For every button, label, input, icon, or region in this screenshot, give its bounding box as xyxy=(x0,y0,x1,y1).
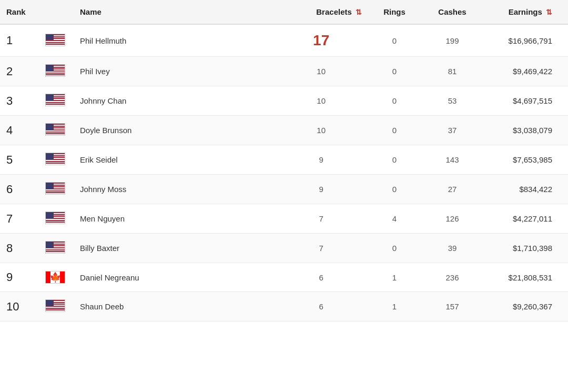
rings-cell: 0 xyxy=(368,175,421,204)
rank-cell: 1 xyxy=(0,24,37,57)
flag-cell xyxy=(37,234,74,263)
table-row[interactable]: 4Doyle Brunson10037$3,038,079 xyxy=(0,116,568,145)
flag-cell xyxy=(37,116,74,145)
rings-cell: 0 xyxy=(368,57,421,86)
bracelets-cell: 7 xyxy=(274,234,368,263)
us-flag-icon xyxy=(45,153,65,165)
cashes-cell: 27 xyxy=(421,175,484,204)
flag-cell xyxy=(37,145,74,175)
bracelets-cell: 6 xyxy=(274,292,368,321)
us-flag-icon xyxy=(45,212,65,224)
bracelets-cell: 17 xyxy=(274,24,368,57)
rank-cell: 5 xyxy=(0,145,37,175)
bracelets-cell: 10 xyxy=(274,116,368,145)
name-cell: Shaun Deeb xyxy=(74,292,274,321)
cashes-cell: 39 xyxy=(421,234,484,263)
name-cell: Erik Seidel xyxy=(74,145,274,175)
flag-cell xyxy=(37,57,74,86)
rings-cell: 0 xyxy=(368,234,421,263)
table-row[interactable]: 5Erik Seidel90143$7,653,985 xyxy=(0,145,568,175)
earnings-cell: $4,697,515 xyxy=(484,86,568,116)
us-flag-icon xyxy=(45,64,65,77)
rings-cell: 0 xyxy=(368,86,421,116)
rank-cell: 9 xyxy=(0,263,37,292)
flag-header xyxy=(37,0,74,24)
cashes-cell: 37 xyxy=(421,116,484,145)
leaderboard-table: Rank Name Bracelets ⇅ Rings Cashes Earni… xyxy=(0,0,568,321)
cashes-cell: 53 xyxy=(421,86,484,116)
earnings-cell: $21,808,531 xyxy=(484,263,568,292)
table-row[interactable]: 1Phil Hellmuth170199$16,966,791 xyxy=(0,24,568,57)
rings-cell: 1 xyxy=(368,263,421,292)
bracelets-cell: 10 xyxy=(274,57,368,86)
earnings-cell: $16,966,791 xyxy=(484,24,568,57)
earnings-sort-icon[interactable]: ⇅ xyxy=(546,8,552,16)
rings-cell: 1 xyxy=(368,292,421,321)
table-row[interactable]: 7Men Nguyen74126$4,227,011 xyxy=(0,204,568,234)
name-cell: Phil Hellmuth xyxy=(74,24,274,57)
earnings-cell: $9,469,422 xyxy=(484,57,568,86)
rings-cell: 0 xyxy=(368,145,421,175)
name-cell: Men Nguyen xyxy=(74,204,274,234)
name-header: Name xyxy=(74,0,274,24)
name-cell: Doyle Brunson xyxy=(74,116,274,145)
name-cell: Phil Ivey xyxy=(74,57,274,86)
table-row[interactable]: 2Phil Ivey10081$9,469,422 xyxy=(0,57,568,86)
us-flag-icon xyxy=(45,182,65,195)
us-flag-icon xyxy=(45,241,65,254)
earnings-cell: $9,260,367 xyxy=(484,292,568,321)
earnings-cell: $7,653,985 xyxy=(484,145,568,175)
bracelets-cell: 10 xyxy=(274,86,368,116)
rank-cell: 7 xyxy=(0,204,37,234)
earnings-cell: $3,038,079 xyxy=(484,116,568,145)
table-row[interactable]: 9🍁Daniel Negreanu61236$21,808,531 xyxy=(0,263,568,292)
flag-cell xyxy=(37,292,74,321)
table-row[interactable]: 3Johnny Chan10053$4,697,515 xyxy=(0,86,568,116)
cashes-cell: 143 xyxy=(421,145,484,175)
table-header-row: Rank Name Bracelets ⇅ Rings Cashes Earni… xyxy=(0,0,568,24)
cashes-header: Cashes xyxy=(421,0,484,24)
rank-header: Rank xyxy=(0,0,37,24)
us-flag-icon xyxy=(45,34,65,46)
cashes-cell: 199 xyxy=(421,24,484,57)
name-cell: Johnny Moss xyxy=(74,175,274,204)
name-cell: Billy Baxter xyxy=(74,234,274,263)
cashes-cell: 126 xyxy=(421,204,484,234)
flag-cell xyxy=(37,24,74,57)
earnings-cell: $1,710,398 xyxy=(484,234,568,263)
bracelets-cell: 9 xyxy=(274,145,368,175)
table-row[interactable]: 10Shaun Deeb61157$9,260,367 xyxy=(0,292,568,321)
rings-cell: 0 xyxy=(368,24,421,57)
flag-cell: 🍁 xyxy=(37,263,74,292)
name-cell: Johnny Chan xyxy=(74,86,274,116)
cashes-cell: 236 xyxy=(421,263,484,292)
rank-cell: 8 xyxy=(0,234,37,263)
us-flag-icon xyxy=(45,94,65,106)
rings-header: Rings xyxy=(368,0,421,24)
table-row[interactable]: 6Johnny Moss9027$834,422 xyxy=(0,175,568,204)
name-cell: Daniel Negreanu xyxy=(74,263,274,292)
earnings-cell: $834,422 xyxy=(484,175,568,204)
bracelets-cell: 9 xyxy=(274,175,368,204)
rings-cell: 4 xyxy=(368,204,421,234)
flag-cell xyxy=(37,175,74,204)
rank-cell: 10 xyxy=(0,292,37,321)
rank-cell: 2 xyxy=(0,57,37,86)
table-row[interactable]: 8Billy Baxter7039$1,710,398 xyxy=(0,234,568,263)
bracelets-header[interactable]: Bracelets ⇅ xyxy=(274,0,368,24)
bracelets-sort-icon[interactable]: ⇅ xyxy=(356,8,362,16)
flag-cell xyxy=(37,86,74,116)
ca-flag-icon: 🍁 xyxy=(45,271,65,284)
rank-cell: 4 xyxy=(0,116,37,145)
us-flag-icon xyxy=(45,123,65,136)
rank-cell: 3 xyxy=(0,86,37,116)
bracelets-cell: 6 xyxy=(274,263,368,292)
earnings-cell: $4,227,011 xyxy=(484,204,568,234)
rings-cell: 0 xyxy=(368,116,421,145)
rank-cell: 6 xyxy=(0,175,37,204)
bracelets-cell: 7 xyxy=(274,204,368,234)
flag-cell xyxy=(37,204,74,234)
earnings-header[interactable]: Earnings ⇅ xyxy=(484,0,568,24)
cashes-cell: 81 xyxy=(421,57,484,86)
us-flag-icon xyxy=(45,299,65,312)
